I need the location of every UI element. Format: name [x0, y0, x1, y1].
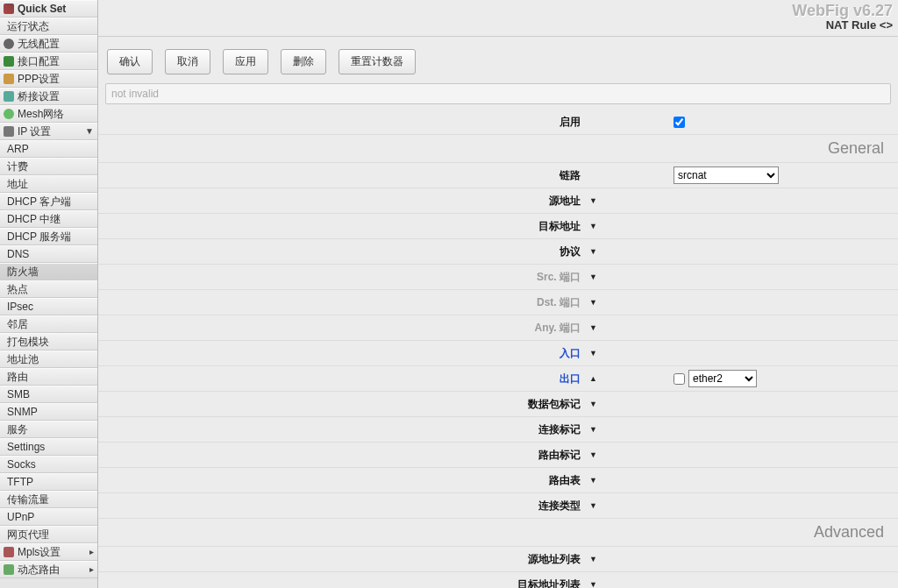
section-general: General	[98, 135, 898, 163]
chevron-down-icon: ▼	[85, 123, 94, 140]
sidebar-item-services[interactable]: 服务	[0, 421, 97, 438]
sidebar-item-settings[interactable]: Settings	[0, 438, 97, 456]
ip-icon	[4, 126, 14, 137]
section-advanced: Advanced	[98, 519, 898, 547]
expand-icon[interactable]: ▼	[589, 273, 603, 281]
ppp-icon	[4, 74, 14, 84]
row-pkt-mark: 数据包标记 ▼	[98, 392, 898, 417]
expand-icon[interactable]: ▼	[589, 476, 603, 485]
mpls-icon	[4, 547, 14, 557]
cancel-button[interactable]: 取消	[165, 49, 210, 74]
chain-select[interactable]: srcnat	[674, 166, 779, 184]
ok-button[interactable]: 确认	[107, 49, 153, 74]
apply-button[interactable]: 应用	[223, 49, 268, 74]
sidebar-item-upnp[interactable]: UPnP	[0, 508, 97, 526]
sidebar-item-web-proxy[interactable]: 网页代理	[0, 526, 97, 543]
label-in-if[interactable]: 入口	[98, 346, 589, 361]
label-dst-port: Dst. 端口	[98, 295, 589, 310]
row-conn-type: 连接类型 ▼	[98, 493, 898, 519]
interfaces-icon	[4, 56, 14, 67]
expand-icon[interactable]: ▼	[589, 349, 603, 358]
sidebar-item-tftp[interactable]: TFTP	[0, 473, 97, 491]
expand-icon[interactable]: ▼	[589, 222, 603, 230]
brand-label: WebFig v6.27	[792, 2, 893, 20]
sidebar-item-wireless[interactable]: 无线配置	[0, 35, 97, 53]
row-conn-mark: 连接标记 ▼	[98, 417, 898, 443]
sidebar-item-dns[interactable]: DNS	[0, 245, 97, 263]
sidebar-item-accounting[interactable]: 计费	[0, 158, 97, 175]
expand-icon[interactable]: ▼	[589, 400, 603, 408]
row-src-addr: 源地址 ▼	[98, 188, 898, 214]
collapse-icon[interactable]: ▲	[589, 374, 603, 383]
expand-icon[interactable]: ▼	[589, 247, 603, 256]
sidebar-item-dynamic-routing[interactable]: 动态路由▸	[0, 561, 97, 578]
row-enable: 启用	[98, 110, 898, 135]
sidebar-item-smb[interactable]: SMB	[0, 386, 97, 403]
sidebar-item-neighbors[interactable]: 邻居	[0, 315, 97, 333]
row-protocol: 协议 ▼	[98, 239, 898, 265]
label-out-if[interactable]: 出口	[98, 372, 589, 386]
sidebar-item-dhcp-server[interactable]: DHCP 服务端	[0, 228, 97, 245]
sidebar-item-packing[interactable]: 打包模块	[0, 333, 97, 351]
row-any-port: Any. 端口 ▼	[98, 315, 898, 341]
sidebar-item-mesh[interactable]: Mesh网络	[0, 105, 97, 123]
label-pkt-mark: 数据包标记	[98, 397, 589, 412]
sidebar-item-firewall[interactable]: 防火墙	[0, 263, 97, 280]
expand-icon[interactable]: ▼	[589, 425, 603, 434]
row-in-if: 入口 ▼	[98, 341, 898, 366]
expand-icon[interactable]: ▼	[589, 580, 603, 588]
sidebar-item-dhcp-client[interactable]: DHCP 客户端	[0, 193, 97, 210]
out-if-negate-checkbox[interactable]	[674, 373, 685, 385]
label-route-mark: 路由标记	[98, 448, 589, 463]
routing-icon	[4, 564, 14, 575]
sidebar-item-mpls[interactable]: Mpls设置▸	[0, 543, 97, 561]
sidebar-item-interfaces[interactable]: 接口配置	[0, 53, 97, 70]
sidebar-item-hotspot[interactable]: 热点	[0, 280, 97, 298]
sidebar-item-arp[interactable]: ARP	[0, 140, 97, 158]
out-if-select[interactable]: ether2	[688, 370, 757, 387]
expand-icon[interactable]: ▼	[589, 450, 603, 459]
row-chain: 链路 srcnat	[98, 163, 898, 188]
expand-icon[interactable]: ▼	[589, 323, 603, 332]
expand-icon[interactable]: ▼	[589, 298, 603, 307]
sidebar-item-ipsec[interactable]: IPsec	[0, 298, 97, 315]
remove-button[interactable]: 删除	[281, 49, 326, 74]
row-route-table: 路由表 ▼	[98, 468, 898, 493]
sidebar-item-ip[interactable]: IP 设置▼	[0, 123, 97, 140]
expand-icon[interactable]: ▼	[589, 196, 603, 205]
label-route-table: 路由表	[98, 473, 589, 488]
sidebar-item-snmp[interactable]: SNMP	[0, 403, 97, 421]
sidebar-item-quick-set[interactable]: Quick Set	[0, 0, 97, 18]
sidebar-item-run-status[interactable]: 运行状态	[0, 18, 97, 35]
label-protocol: 协议	[98, 244, 589, 259]
label-chain: 链路	[98, 168, 589, 183]
expand-icon[interactable]: ▼	[589, 555, 603, 563]
sidebar-item-ppp[interactable]: PPP设置	[0, 70, 97, 88]
row-dst-addr: 目标地址 ▼	[98, 214, 898, 239]
bridge-icon	[4, 91, 14, 102]
chevron-right-icon: ▸	[89, 543, 94, 561]
row-dst-addr-list: 目标地址列表 ▼	[98, 572, 898, 588]
status-box: not invalid	[105, 83, 891, 104]
sidebar-item-addresses[interactable]: 地址	[0, 175, 97, 193]
sidebar-item-traffic-flow[interactable]: 传输流量	[0, 491, 97, 508]
quick-set-icon	[4, 4, 14, 14]
sidebar-item-dhcp-relay[interactable]: DHCP 中继	[0, 210, 97, 228]
sidebar-item-pool[interactable]: 地址池	[0, 351, 97, 368]
row-src-port: Src. 端口 ▼	[98, 265, 898, 290]
chevron-right-icon: ▸	[89, 561, 94, 578]
label-src-port: Src. 端口	[98, 270, 589, 285]
label-conn-type: 连接类型	[98, 499, 589, 514]
topbar: WebFig v6.27 NAT Rule <>	[98, 0, 898, 37]
label-dst-addr-list: 目标地址列表	[98, 577, 589, 589]
expand-icon[interactable]: ▼	[589, 501, 603, 510]
sidebar-item-socks[interactable]: Socks	[0, 456, 97, 473]
sidebar-item-routes[interactable]: 路由	[0, 368, 97, 386]
toolbar: 确认 取消 应用 删除 重置计数器	[98, 37, 898, 83]
sidebar-item-bridge[interactable]: 桥接设置	[0, 88, 97, 105]
enable-checkbox[interactable]	[674, 117, 685, 128]
wireless-icon	[4, 39, 14, 49]
reset-counters-button[interactable]: 重置计数器	[339, 49, 416, 74]
mesh-icon	[4, 109, 14, 119]
label-enable: 启用	[98, 115, 589, 130]
